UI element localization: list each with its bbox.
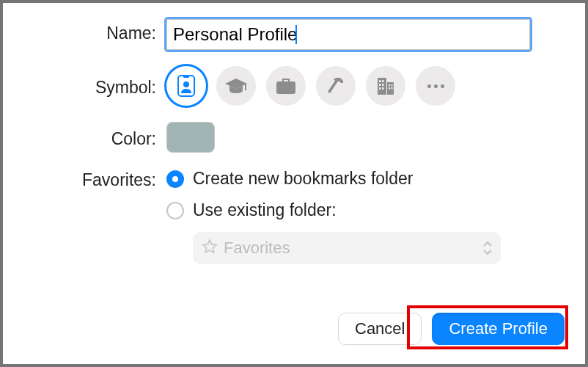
svg-rect-10 [382,84,384,86]
star-icon [202,239,218,258]
symbol-hammer[interactable] [316,66,356,106]
svg-rect-1 [183,75,189,78]
favorites-option-use-existing[interactable]: Use existing folder: [166,200,565,220]
symbol-more[interactable] [416,66,455,106]
folder-picker-label: Favorites [224,239,477,258]
cancel-button[interactable]: Cancel [338,313,422,345]
svg-rect-8 [382,80,384,82]
svg-point-2 [183,81,189,87]
svg-rect-14 [392,84,393,87]
chevron-up-down-icon [483,241,492,255]
radio-create-new[interactable] [166,170,184,188]
svg-rect-6 [387,82,394,95]
svg-rect-3 [245,84,246,90]
favorites-label: Favorites: [23,169,166,190]
existing-folder-picker: Favorites [193,232,501,264]
symbol-building[interactable] [366,66,405,106]
favorites-option-create-new[interactable]: Create new bookmarks folder [166,169,565,189]
color-row: Color: [23,122,565,153]
svg-rect-12 [382,87,384,90]
symbol-label: Symbol: [23,66,166,98]
radio-use-existing-label: Use existing folder: [193,200,337,220]
hammer-icon [326,76,346,96]
symbol-id-card[interactable] [166,66,206,106]
svg-rect-7 [379,80,381,82]
name-label: Name: [23,19,166,43]
create-profile-dialog: Name: Personal Profile Symbol: [0,0,588,367]
radio-use-existing[interactable] [166,202,184,219]
svg-rect-15 [389,87,390,90]
svg-rect-9 [379,84,381,86]
ellipsis-icon [427,84,444,88]
color-swatch[interactable] [166,122,215,153]
name-input-text: Personal Profile [173,24,297,45]
favorites-radio-group: Create new bookmarks folder Use existing… [166,169,565,220]
symbol-options [166,66,565,106]
text-caret [295,25,297,44]
svg-rect-4 [276,81,295,94]
svg-rect-16 [392,87,393,90]
color-label: Color: [23,122,166,149]
building-icon [376,76,395,95]
id-card-icon [177,75,195,97]
symbol-row: Symbol: [23,66,565,106]
dialog-footer: Cancel Create Profile [338,313,565,345]
radio-create-new-label: Create new bookmarks folder [193,169,413,189]
briefcase-icon [276,77,296,95]
graduation-cap-icon [224,77,248,95]
svg-rect-13 [389,84,390,87]
create-profile-button[interactable]: Create Profile [432,313,565,345]
symbol-graduation-cap[interactable] [216,66,256,106]
symbol-briefcase[interactable] [266,66,306,106]
name-row: Name: Personal Profile [23,19,565,50]
svg-rect-11 [379,87,381,90]
name-input-container[interactable]: Personal Profile [166,19,530,50]
favorites-row: Favorites: Create new bookmarks folder U… [23,169,565,264]
